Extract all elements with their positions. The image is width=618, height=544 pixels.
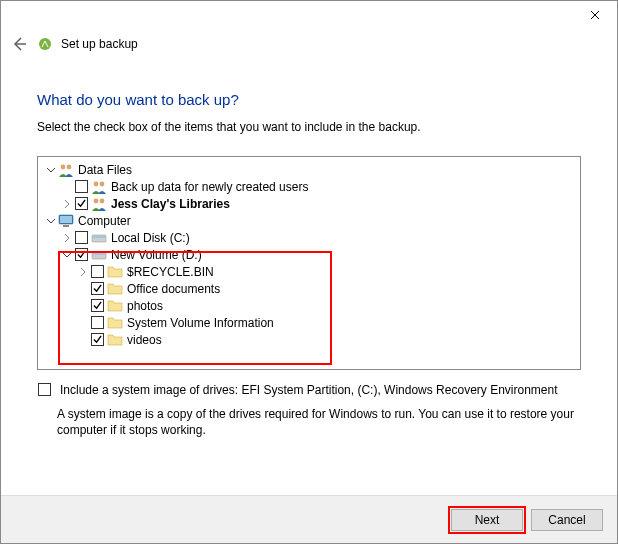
close-button[interactable] bbox=[572, 1, 617, 29]
checkbox-local-c[interactable] bbox=[75, 231, 88, 244]
expander-local-c[interactable] bbox=[60, 231, 74, 245]
tree-node-new-volume-d[interactable]: New Volume (D:) bbox=[38, 246, 580, 263]
system-image-description: A system image is a copy of the drives r… bbox=[57, 406, 581, 438]
computer-icon bbox=[58, 213, 74, 229]
tree-node-office[interactable]: Office documents bbox=[38, 280, 580, 297]
checkbox-system-image[interactable] bbox=[38, 383, 51, 396]
checkbox-svi[interactable] bbox=[91, 316, 104, 329]
checkbox-recycle[interactable] bbox=[91, 265, 104, 278]
page-heading: What do you want to back up? bbox=[37, 91, 581, 108]
wizard-icon bbox=[37, 36, 53, 52]
titlebar bbox=[1, 1, 617, 29]
svg-point-0 bbox=[39, 38, 51, 50]
chevron-down-icon bbox=[62, 250, 72, 260]
checkbox-new-d[interactable] bbox=[75, 248, 88, 261]
checkbox-libraries[interactable] bbox=[75, 197, 88, 210]
tree-node-videos[interactable]: videos bbox=[38, 331, 580, 348]
checkbox-videos[interactable] bbox=[91, 333, 104, 346]
wizard-header: Set up backup bbox=[1, 29, 617, 59]
tree-node-svi[interactable]: System Volume Information bbox=[38, 314, 580, 331]
tree-label: Office documents bbox=[127, 282, 220, 296]
back-button[interactable] bbox=[9, 34, 29, 54]
tree-label: Jess Clay's Libraries bbox=[111, 197, 230, 211]
checkbox-new-users[interactable] bbox=[75, 180, 88, 193]
tree-label: $RECYCLE.BIN bbox=[127, 265, 214, 279]
folder-icon bbox=[107, 332, 123, 348]
svg-point-4 bbox=[100, 181, 105, 186]
checkbox-office[interactable] bbox=[91, 282, 104, 295]
svg-point-3 bbox=[94, 181, 99, 186]
expander-data-files[interactable] bbox=[44, 163, 58, 177]
cancel-button[interactable]: Cancel bbox=[531, 509, 603, 531]
folder-icon bbox=[107, 298, 123, 314]
folder-icon bbox=[107, 281, 123, 297]
svg-point-1 bbox=[61, 164, 66, 169]
svg-point-2 bbox=[67, 164, 72, 169]
close-icon bbox=[590, 10, 600, 20]
chevron-right-icon bbox=[62, 199, 72, 209]
svg-point-5 bbox=[94, 198, 99, 203]
tree-node-libraries[interactable]: Jess Clay's Libraries bbox=[38, 195, 580, 212]
people-icon bbox=[91, 196, 107, 212]
tree-node-computer[interactable]: Computer bbox=[38, 212, 580, 229]
svg-rect-8 bbox=[60, 216, 72, 223]
tree-label: System Volume Information bbox=[127, 316, 274, 330]
svg-rect-9 bbox=[63, 225, 69, 227]
svg-rect-11 bbox=[93, 236, 105, 238]
content-area: What do you want to back up? Select the … bbox=[1, 59, 617, 439]
system-image-label: Include a system image of drives: EFI Sy… bbox=[60, 382, 558, 398]
tree-label: Computer bbox=[78, 214, 131, 228]
expander-recycle[interactable] bbox=[76, 265, 90, 279]
back-arrow-icon bbox=[11, 36, 27, 52]
system-image-row: Include a system image of drives: EFI Sy… bbox=[37, 382, 581, 398]
chevron-right-icon bbox=[62, 233, 72, 243]
drive-icon bbox=[91, 230, 107, 246]
tree-label: Local Disk (C:) bbox=[111, 231, 190, 245]
folder-icon bbox=[107, 315, 123, 331]
page-subtext: Select the check box of the items that y… bbox=[37, 120, 581, 134]
svg-point-6 bbox=[100, 198, 105, 203]
chevron-down-icon bbox=[46, 165, 56, 175]
tree-node-recycle[interactable]: $RECYCLE.BIN bbox=[38, 263, 580, 280]
button-bar: Next Cancel bbox=[1, 495, 617, 543]
tree-label: Data Files bbox=[78, 163, 132, 177]
expander-computer[interactable] bbox=[44, 214, 58, 228]
expander-new-d[interactable] bbox=[60, 248, 74, 262]
backup-tree[interactable]: Data Files Back up data for newly create… bbox=[37, 156, 581, 370]
svg-rect-13 bbox=[93, 253, 105, 255]
tree-node-local-c[interactable]: Local Disk (C:) bbox=[38, 229, 580, 246]
chevron-down-icon bbox=[46, 216, 56, 226]
people-icon bbox=[58, 162, 74, 178]
checkbox-photos[interactable] bbox=[91, 299, 104, 312]
tree-node-data-files[interactable]: Data Files bbox=[38, 161, 580, 178]
tree-node-new-users[interactable]: Back up data for newly created users bbox=[38, 178, 580, 195]
tree-label: Back up data for newly created users bbox=[111, 180, 308, 194]
next-button[interactable]: Next bbox=[451, 509, 523, 531]
tree-node-photos[interactable]: photos bbox=[38, 297, 580, 314]
tree-label: videos bbox=[127, 333, 162, 347]
wizard-title: Set up backup bbox=[61, 37, 138, 51]
drive-icon bbox=[91, 247, 107, 263]
tree-label: New Volume (D:) bbox=[111, 248, 202, 262]
people-icon bbox=[91, 179, 107, 195]
folder-icon bbox=[107, 264, 123, 280]
tree-label: photos bbox=[127, 299, 163, 313]
chevron-right-icon bbox=[78, 267, 88, 277]
expander-libraries[interactable] bbox=[60, 197, 74, 211]
